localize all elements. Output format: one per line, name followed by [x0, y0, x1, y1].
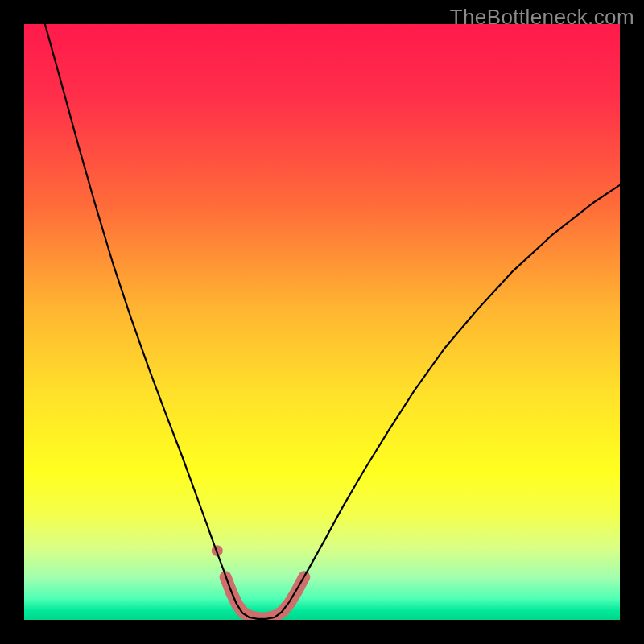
plot-area — [24, 24, 620, 620]
chart-frame: TheBottleneck.com — [0, 0, 644, 644]
curve-layer — [24, 24, 620, 620]
bottleneck-curve — [45, 24, 620, 619]
